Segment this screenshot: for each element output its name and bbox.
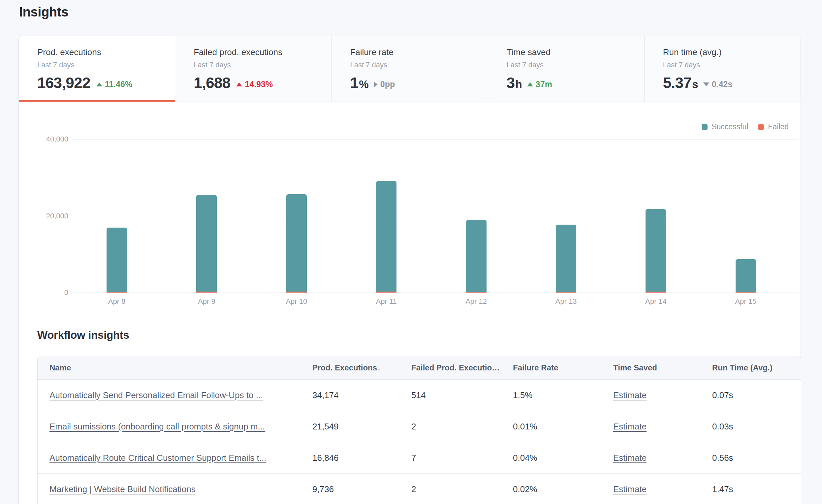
cell-name: Email sumissions (onboarding call prompt… <box>38 422 301 432</box>
metric-period: Last 7 days <box>37 61 156 69</box>
metric-value: 163,922 <box>37 75 91 90</box>
x-axis-label: Apr 15 <box>719 297 772 306</box>
cell-failed-prod-executions: 2 <box>399 484 501 494</box>
cell-failed-prod-executions: 514 <box>399 390 501 400</box>
y-axis-label: 0 <box>29 288 68 297</box>
tab-failure-rate[interactable]: Failure rate Last 7 days 1% 0pp <box>331 36 487 102</box>
trend-up-icon <box>527 82 533 86</box>
tab-failed-prod-executions[interactable]: Failed prod. executions Last 7 days 1,68… <box>175 36 331 102</box>
cell-run-time: 0.07s <box>700 390 801 400</box>
cell-prod-executions: 21,549 <box>301 422 399 432</box>
tab-run-time-avg[interactable]: Run time (avg.) Last 7 days 5.37s 0.42s <box>644 36 801 102</box>
bar-segment-failed <box>646 292 666 293</box>
bar-segment-successful <box>376 181 396 291</box>
estimate-link[interactable]: Estimate <box>613 422 647 431</box>
metric-title: Run time (avg.) <box>663 47 782 57</box>
metric-period: Last 7 days <box>193 61 313 69</box>
cell-failure-rate: 1.5% <box>501 390 601 400</box>
column-header-run-time-avg-[interactable]: Run Time (Avg.) <box>700 363 801 372</box>
column-header-failed-prod-executions[interactable]: Failed Prod. Executions <box>399 363 501 372</box>
table-row: Automatically Send Personalized Email Fo… <box>38 380 801 411</box>
bar-apr-9 <box>196 195 217 293</box>
bar-apr-12 <box>466 220 486 293</box>
x-axis-label: Apr 8 <box>90 297 143 306</box>
cell-failed-prod-executions: 2 <box>399 422 501 432</box>
estimate-link[interactable]: Estimate <box>613 390 647 400</box>
column-header-name[interactable]: Name <box>38 363 301 372</box>
page-title: Insights <box>19 5 68 19</box>
cell-failure-rate: 0.02% <box>501 484 601 494</box>
table-header-row: NameProd. Executions↓Failed Prod. Execut… <box>38 356 801 380</box>
legend-item-failed[interactable]: Failed <box>758 122 789 131</box>
insights-panel: Prod. executions Last 7 days 163,922 11.… <box>18 36 801 504</box>
x-axis-label: Apr 10 <box>270 297 323 306</box>
table-row: Automatically Route Critical Customer Su… <box>38 442 801 474</box>
bar-segment-successful <box>466 220 486 292</box>
trend-up-icon <box>96 82 102 86</box>
cell-run-time: 1.47s <box>700 484 801 494</box>
cell-prod-executions: 34,174 <box>301 390 399 400</box>
legend-swatch-icon <box>702 124 708 130</box>
cell-name: Automatically Route Critical Customer Su… <box>38 453 301 463</box>
metric-period: Last 7 days <box>663 61 782 69</box>
cell-prod-executions: 9,736 <box>301 484 399 494</box>
metric-title: Failed prod. executions <box>193 47 313 57</box>
tab-time-saved[interactable]: Time saved Last 7 days 3h 37m <box>488 36 644 102</box>
trend-down-icon <box>703 82 709 86</box>
cell-time-saved: Estimate <box>601 390 700 400</box>
x-axis-label: Apr 9 <box>180 297 233 306</box>
workflow-name-link[interactable]: Automatically Route Critical Customer Su… <box>49 453 266 463</box>
workflow-name-link[interactable]: Email sumissions (onboarding call prompt… <box>49 422 265 431</box>
metric-delta: 0pp <box>374 79 395 89</box>
bar-segment-failed <box>106 292 127 293</box>
sort-descending-icon: ↓ <box>377 363 381 372</box>
tab-prod-executions[interactable]: Prod. executions Last 7 days 163,922 11.… <box>19 36 175 102</box>
cell-run-time: 0.03s <box>700 422 801 432</box>
column-header-prod-executions[interactable]: Prod. Executions↓ <box>301 363 399 372</box>
bar-segment-failed <box>196 292 217 293</box>
gridline <box>72 139 799 139</box>
bar-segment-failed <box>286 292 307 293</box>
legend-label: Failed <box>768 122 789 131</box>
estimate-link[interactable]: Estimate <box>613 453 647 463</box>
legend-swatch-icon <box>758 124 764 130</box>
chart-legend: SuccessfulFailed <box>702 122 789 131</box>
metric-delta: 37m <box>527 79 552 89</box>
bar-segment-successful <box>286 194 307 292</box>
x-axis-label: Apr 12 <box>450 297 503 306</box>
bar-apr-15 <box>736 259 756 293</box>
metric-period: Last 7 days <box>350 61 469 69</box>
column-header-failure-rate[interactable]: Failure Rate <box>501 363 601 372</box>
metric-value: 1% <box>350 75 368 90</box>
bar-segment-successful <box>556 224 576 292</box>
workflow-name-link[interactable]: Automatically Send Personalized Email Fo… <box>49 390 263 400</box>
workflow-name-link[interactable]: Marketing | Website Build Notifications <box>49 484 195 494</box>
metric-value: 3h <box>507 75 522 90</box>
y-axis-label: 40,000 <box>29 135 68 143</box>
metric-title: Failure rate <box>350 47 469 57</box>
metric-title: Prod. executions <box>37 47 156 57</box>
bar-segment-failed <box>556 292 576 293</box>
metric-delta: 11.46% <box>96 79 132 89</box>
cell-failed-prod-executions: 7 <box>399 453 501 463</box>
trend-neutral-icon <box>374 81 378 87</box>
legend-item-successful[interactable]: Successful <box>702 122 748 131</box>
bar-segment-failed <box>466 292 486 293</box>
bar-apr-14 <box>646 209 666 293</box>
x-axis-label: Apr 14 <box>630 297 682 306</box>
bar-segment-successful <box>646 209 666 292</box>
metric-tabs: Prod. executions Last 7 days 163,922 11.… <box>19 36 801 102</box>
bar-apr-13 <box>556 224 576 293</box>
x-axis-label: Apr 11 <box>360 297 413 306</box>
cell-run-time: 0.56s <box>700 453 801 463</box>
bar-segment-successful <box>196 195 217 292</box>
bar-segment-failed <box>376 292 396 293</box>
cell-name: Marketing | Website Build Notifications <box>38 484 301 494</box>
workflow-insights-heading: Workflow insights <box>37 329 129 341</box>
cell-time-saved: Estimate <box>601 422 700 432</box>
bar-segment-failed <box>736 292 756 293</box>
cell-failure-rate: 0.04% <box>501 453 601 463</box>
bar-segment-successful <box>736 259 756 292</box>
column-header-time-saved[interactable]: Time Saved <box>601 363 700 372</box>
estimate-link[interactable]: Estimate <box>613 484 647 494</box>
